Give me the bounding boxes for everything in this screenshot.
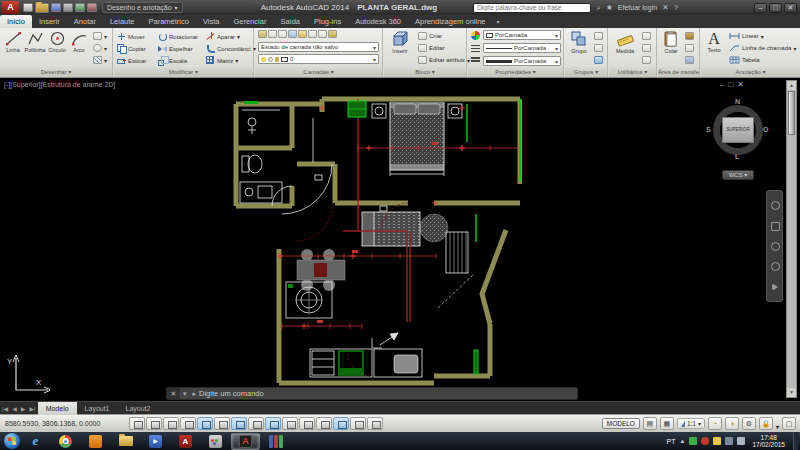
close-icon[interactable]: ✕ <box>167 388 180 399</box>
array-button[interactable]: Matriz <box>206 56 238 65</box>
osnap3d-toggle[interactable] <box>231 417 247 430</box>
lineweight-dropdown[interactable]: PorCamada <box>483 56 561 66</box>
move-button[interactable]: Mover <box>117 32 145 41</box>
polar-toggle[interactable] <box>197 417 213 430</box>
color-dropdown[interactable]: PorCamada <box>483 30 561 40</box>
compass-south[interactable]: S <box>706 126 711 133</box>
panel-title-grupos[interactable]: Grupos <box>565 67 607 77</box>
object-color-icon[interactable] <box>471 31 480 40</box>
panel-title-modificar[interactable]: Modificar <box>114 67 253 77</box>
mirror-button[interactable]: Espelhar <box>158 44 193 53</box>
viewcube[interactable]: N S O L SUPERIOR <box>710 102 766 158</box>
layer-lock-icon[interactable] <box>328 30 337 38</box>
search-icon[interactable]: ⌕ <box>596 3 600 13</box>
leader-button[interactable]: Linha de chamada <box>729 44 796 52</box>
help-icon[interactable]: ? <box>674 3 678 12</box>
maximize-button[interactable]: □ <box>769 3 782 13</box>
copy-button[interactable]: Copiar <box>117 44 146 53</box>
match-properties-button[interactable] <box>685 32 694 40</box>
taskbar-mediaplayer[interactable]: ▶ <box>141 433 170 450</box>
viewcube-top-face[interactable]: SUPERIOR <box>722 117 754 143</box>
last-tab-icon[interactable]: ▶| <box>27 405 37 412</box>
model-space-button[interactable]: MODELO <box>602 418 640 429</box>
tray-antivirus-icon[interactable] <box>689 437 697 445</box>
tray-update-icon[interactable] <box>701 437 709 445</box>
group-edit-button[interactable] <box>594 44 603 52</box>
taskbar-outlook[interactable] <box>81 433 110 450</box>
layer-on-icon[interactable] <box>298 30 307 38</box>
arc-button[interactable]: Arco <box>68 30 90 53</box>
layout-quickview-icon[interactable]: ▤ <box>643 417 657 430</box>
quick-calc-button[interactable] <box>642 44 651 52</box>
taskbar-chrome[interactable] <box>51 433 80 450</box>
network-icon[interactable] <box>725 437 733 445</box>
grid-toggle[interactable] <box>163 417 179 430</box>
tab-parametrico[interactable]: Paramétrico <box>142 15 196 28</box>
customize-icon[interactable]: ▾ <box>180 390 190 398</box>
cleanscreen-icon[interactable]: ▢ <box>782 417 796 430</box>
wcs-menu[interactable]: WCS <box>722 170 754 180</box>
polyline-button[interactable]: Polilinha <box>24 30 46 53</box>
layer-freeze-icon[interactable] <box>288 30 297 38</box>
insert-block-button[interactable]: Inserir <box>387 30 413 54</box>
group-selection-toggle[interactable] <box>594 56 603 64</box>
command-line[interactable]: ✕ ▾ ▸ Digite um comando <box>166 387 578 400</box>
selectioncycling-toggle[interactable] <box>350 417 366 430</box>
orbit-icon[interactable] <box>770 261 780 271</box>
app-menu-button[interactable]: A <box>2 1 19 14</box>
circle-button[interactable]: Círculo <box>46 30 68 53</box>
new-file-icon[interactable] <box>23 3 33 12</box>
snap-toggle[interactable] <box>146 417 162 430</box>
tray-energy-icon[interactable] <box>713 437 721 445</box>
linetype-icon[interactable] <box>471 45 480 52</box>
panel-title-camadas[interactable]: Camadas <box>255 67 382 77</box>
open-file-icon[interactable] <box>35 3 49 13</box>
plot-icon[interactable] <box>63 3 73 12</box>
annotation-scale-dropdown[interactable]: 1:1 <box>677 418 705 429</box>
edit-attributes-button[interactable]: Editar atributos <box>418 56 470 64</box>
showmotion-icon[interactable] <box>770 282 780 292</box>
stretch-button[interactable]: Esticar <box>117 56 146 65</box>
ellipse-tool-button[interactable] <box>93 44 107 52</box>
layer-state-dropdown[interactable]: Estado de camada não salvo <box>258 42 379 52</box>
group-button[interactable]: Grupo <box>567 30 591 54</box>
compass-north[interactable]: N <box>735 98 740 105</box>
layer-off-icon[interactable] <box>268 30 277 38</box>
paste-button[interactable]: Colar <box>660 30 682 54</box>
first-tab-icon[interactable]: |◀ <box>0 405 10 412</box>
panel-title-utilitarios[interactable]: Utilitários <box>609 67 656 77</box>
linear-dimension-button[interactable]: Linear <box>729 32 764 40</box>
lwt-toggle[interactable] <box>299 417 315 430</box>
id-point-button[interactable] <box>642 56 651 64</box>
drawing-quickview-icon[interactable]: ▦ <box>660 417 674 430</box>
layer-thaw-icon[interactable] <box>318 30 327 38</box>
workspace-gear-icon[interactable]: ⚙ <box>742 417 756 430</box>
rectangle-tool-button[interactable] <box>93 32 107 40</box>
linetype-dropdown[interactable]: PorCamada <box>483 43 561 53</box>
close-button[interactable]: ✕ <box>784 3 797 13</box>
steering-wheel-icon[interactable] <box>770 200 780 210</box>
panel-title-area-transferencia[interactable]: Área de transferência <box>658 67 699 77</box>
ungroup-button[interactable] <box>594 32 603 40</box>
infer-toggle[interactable] <box>129 417 145 430</box>
vertical-scrollbar[interactable]: ▲ ▼ <box>786 80 797 398</box>
fillet-button[interactable]: Concordância <box>206 44 256 53</box>
tab-aprendizagem[interactable]: Aprendizagem online <box>408 15 492 28</box>
copy-clip-button[interactable] <box>685 44 694 52</box>
annomonitor-toggle[interactable] <box>367 417 383 430</box>
text-button[interactable]: A Texto <box>704 30 724 53</box>
lineweight-icon[interactable] <box>471 57 480 62</box>
language-indicator[interactable]: PT <box>667 438 676 445</box>
panel-title-propriedades[interactable]: Propriedades <box>468 67 563 77</box>
layer-unisolate-icon[interactable] <box>308 30 317 38</box>
otrack-toggle[interactable] <box>248 417 264 430</box>
start-button[interactable] <box>4 433 20 449</box>
dyn-toggle[interactable] <box>282 417 298 430</box>
save-icon[interactable] <box>51 3 61 12</box>
viewport-controls[interactable]: [-][Superior][Estrutura de arame 2D] <box>4 81 115 88</box>
next-tab-icon[interactable]: ▶ <box>19 405 28 412</box>
layer-isolate-icon[interactable] <box>278 30 287 38</box>
tab-overflow-icon[interactable] <box>492 15 503 28</box>
tab-gerenciar[interactable]: Gerenciar <box>226 15 273 28</box>
cut-clip-button[interactable] <box>685 56 694 64</box>
